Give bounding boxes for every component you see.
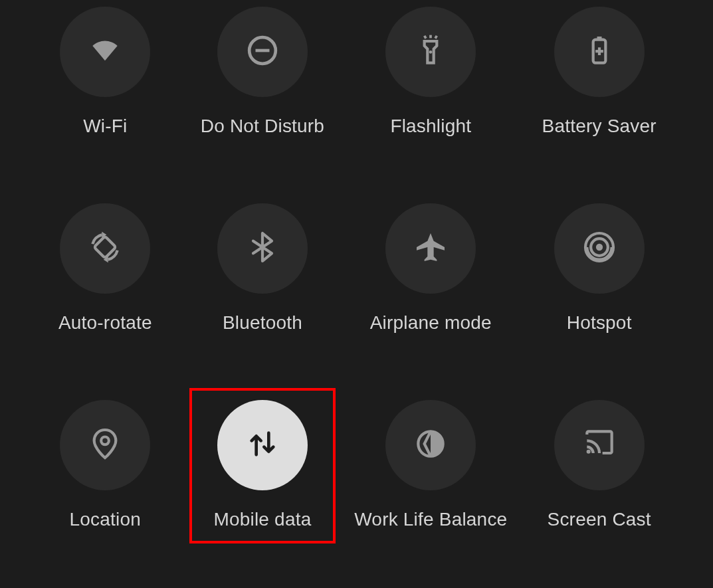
flashlight-toggle[interactable] [385,7,476,97]
hotspot-toggle[interactable] [554,203,645,294]
bluetooth-toggle[interactable] [217,203,308,294]
battery-saver-icon [581,32,618,72]
location-toggle[interactable] [60,400,150,490]
airplane-toggle[interactable] [385,203,476,294]
tile-auto-rotate: Auto-rotate [40,203,171,334]
bluetooth-icon [244,229,281,268]
tile-flashlight: Flashlight [354,7,507,137]
svg-line-3 [425,36,426,39]
tile-label: Auto-rotate [58,312,152,334]
svg-point-5 [429,50,433,54]
screen-cast-icon [581,425,618,465]
tile-label: Hotspot [567,312,632,334]
svg-point-18 [586,450,590,454]
tile-mobile-data: Mobile data [197,400,328,530]
location-icon [86,425,124,465]
tile-hotspot: Hotspot [534,203,664,334]
auto-rotate-icon [86,229,124,268]
tile-screen-cast: Screen Cast [534,400,664,530]
wifi-toggle[interactable] [60,7,150,97]
tile-label: Flashlight [390,116,471,137]
quick-settings-grid: Wi-Fi Do Not Disturb [40,7,664,530]
tile-dnd: Do Not Disturb [197,7,328,137]
dnd-toggle[interactable] [217,7,308,97]
svg-rect-7 [597,37,601,40]
svg-rect-10 [94,237,116,258]
hotspot-icon [581,229,618,268]
auto-rotate-toggle[interactable] [60,203,150,294]
tile-label: Battery Saver [542,116,657,137]
tile-label: Location [70,509,141,530]
tile-battery-saver: Battery Saver [534,7,664,137]
flashlight-icon [412,32,449,72]
tile-location: Location [40,400,171,530]
tile-work-life: Work Life Balance [354,400,507,530]
mobile-data-toggle[interactable] [217,400,308,490]
battery-saver-toggle[interactable] [554,7,645,97]
tile-airplane: Airplane mode [354,203,507,334]
svg-line-4 [435,36,437,39]
svg-point-16 [101,437,109,445]
tile-label: Bluetooth [223,312,302,334]
tile-label: Work Life Balance [354,509,507,530]
tile-label: Do Not Disturb [201,116,324,137]
airplane-icon [412,229,449,268]
tile-wifi: Wi-Fi [40,7,171,137]
work-life-toggle[interactable] [385,400,476,490]
wifi-icon [86,32,124,72]
tile-label: Mobile data [213,509,311,530]
quick-settings-panel: Wi-Fi Do Not Disturb [0,0,706,588]
tile-label: Airplane mode [370,312,492,334]
tile-label: Screen Cast [548,509,651,530]
dnd-icon [244,32,281,72]
work-life-icon [412,425,449,465]
tile-bluetooth: Bluetooth [197,203,328,334]
tile-label: Wi-Fi [83,116,127,137]
screen-cast-toggle[interactable] [554,400,645,490]
mobile-data-icon [244,425,281,465]
svg-point-13 [596,244,603,250]
